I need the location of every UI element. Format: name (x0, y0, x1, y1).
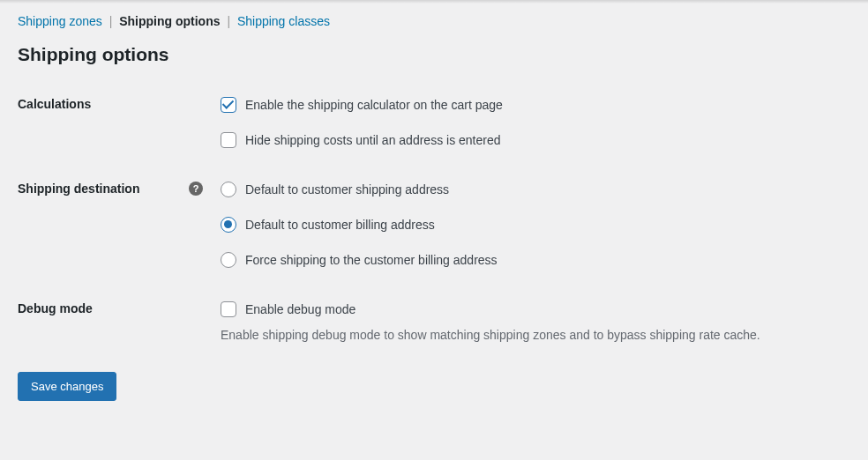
tab-separator: | (223, 14, 234, 28)
tab-shipping-options[interactable]: Shipping options (119, 14, 220, 28)
radio-dest-billing[interactable] (221, 217, 236, 233)
checkbox-hide-costs[interactable] (221, 132, 236, 148)
tab-shipping-classes[interactable]: Shipping classes (237, 14, 330, 28)
field-enable-debug: Enable debug mode (221, 298, 850, 326)
page-title: Shipping options (0, 35, 868, 81)
debug-description: Enable shipping debug mode to show match… (221, 326, 850, 342)
tab-shipping-zones[interactable]: Shipping zones (18, 14, 102, 28)
shipping-subtabs: Shipping zones | Shipping options | Ship… (0, 4, 868, 35)
label-enable-debug[interactable]: Enable debug mode (245, 302, 355, 316)
settings-form: Calculations Enable the shipping calcula… (0, 81, 868, 354)
submit-area: Save changes (0, 354, 868, 419)
label-shipping-destination: Shipping destination ? (0, 166, 212, 286)
field-dest-shipping: Default to customer shipping address (221, 178, 850, 213)
row-debug-mode: Debug mode Enable debug mode Enable ship… (0, 286, 868, 354)
field-dest-billing: Default to customer billing address (221, 213, 850, 249)
field-hide-costs: Hide shipping costs until an address is … (221, 129, 850, 153)
label-debug-mode: Debug mode (0, 286, 212, 354)
help-icon[interactable]: ? (189, 182, 203, 196)
label-dest-shipping[interactable]: Default to customer shipping address (245, 182, 449, 197)
label-calculations: Calculations (0, 81, 212, 166)
checkbox-enable-calculator[interactable] (221, 97, 236, 113)
radio-dest-shipping[interactable] (221, 182, 236, 197)
radio-dest-force-billing[interactable] (221, 252, 236, 268)
field-enable-calculator: Enable the shipping calculator on the ca… (221, 93, 850, 129)
save-button[interactable]: Save changes (18, 372, 116, 401)
label-shipping-destination-text: Shipping destination (18, 182, 139, 196)
label-dest-billing[interactable]: Default to customer billing address (245, 218, 435, 232)
label-dest-force-billing[interactable]: Force shipping to the customer billing a… (245, 253, 498, 267)
row-calculations: Calculations Enable the shipping calcula… (0, 81, 868, 166)
tab-separator: | (106, 14, 116, 28)
label-enable-calculator[interactable]: Enable the shipping calculator on the ca… (245, 98, 503, 112)
checkbox-enable-debug[interactable] (221, 301, 236, 317)
field-dest-force-billing: Force shipping to the customer billing a… (221, 249, 850, 273)
row-shipping-destination: Shipping destination ? Default to custom… (0, 166, 868, 286)
label-hide-costs[interactable]: Hide shipping costs until an address is … (245, 133, 501, 147)
